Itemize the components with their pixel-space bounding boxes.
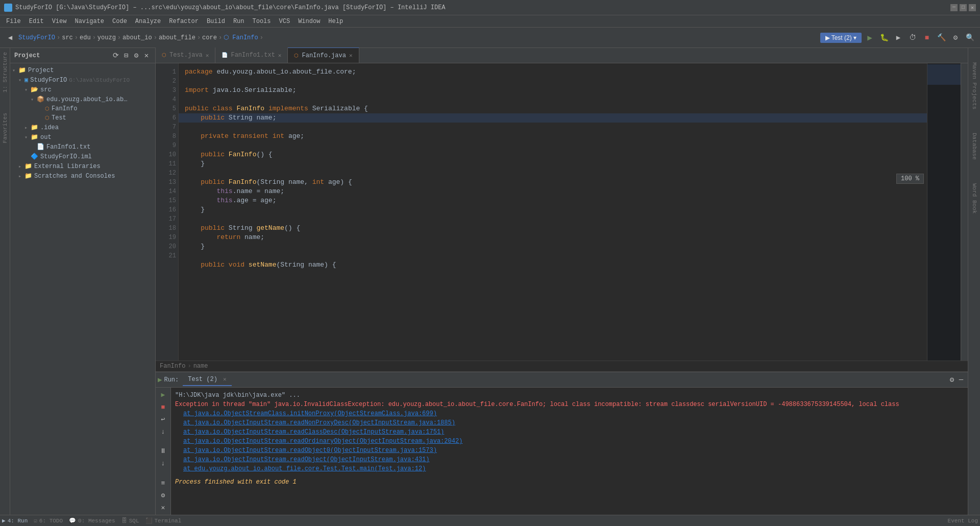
minimize-button[interactable]: ─: [950, 4, 958, 11]
stack-line-1[interactable]: at java.io.ObjectStreamClass.initNonProx…: [183, 409, 964, 418]
stack-line-7[interactable]: at edu.youzg.about_io.about_file.core.Te…: [183, 464, 964, 473]
line-numbers: 12345 678910 1112131415 1617181920 21: [156, 63, 179, 361]
run-restart-button[interactable]: ▶: [158, 390, 168, 400]
run-button[interactable]: ▶: [864, 32, 876, 44]
back-button[interactable]: ◀: [4, 32, 16, 44]
breadcrumb-name-label[interactable]: name: [193, 363, 208, 370]
settings-run[interactable]: ⚙: [158, 490, 168, 500]
sidebar-settings-icon[interactable]: ⚙: [132, 51, 141, 60]
close-run[interactable]: ✕: [158, 503, 168, 513]
menu-code[interactable]: Code: [108, 17, 131, 26]
breadcrumb-studyforio[interactable]: StudyForIO: [18, 34, 55, 41]
menu-window[interactable]: Window: [294, 17, 324, 26]
tree-idea[interactable]: ▸ 📁 .idea: [10, 123, 155, 132]
debug-button[interactable]: 🐛: [878, 32, 890, 44]
todo-status-tab[interactable]: ☑ 6: TODO: [34, 517, 63, 524]
bottom-panel-settings[interactable]: ⚙: [947, 375, 957, 385]
tree-iml[interactable]: ▸ 🔷 StudyForIO.iml: [10, 152, 155, 161]
stop-process-button[interactable]: ■: [158, 402, 168, 412]
menu-tools[interactable]: Tools: [249, 17, 275, 26]
tree-project-root[interactable]: ▾ 📁 Project: [10, 65, 155, 75]
maven-projects-tab[interactable]: Maven Projects: [970, 58, 978, 113]
run-status-tab[interactable]: ▶ 4: Run: [2, 517, 28, 524]
window-controls[interactable]: ─ □ ✕: [950, 4, 976, 11]
messages-status-tab[interactable]: 💬 0: Messages: [69, 517, 115, 524]
tree-out[interactable]: ▾ 📁 out: [10, 132, 155, 142]
app-icon: [4, 4, 12, 12]
breadcrumb-about-io[interactable]: about_io: [122, 34, 152, 41]
tree-test-java[interactable]: ▸ ⬡ Test: [10, 113, 155, 123]
menu-build[interactable]: Build: [203, 17, 229, 26]
menu-vcs[interactable]: VCS: [275, 17, 295, 26]
terminal-status-tab[interactable]: ⬛ Terminal: [145, 517, 182, 524]
breadcrumb-core[interactable]: core: [202, 34, 217, 41]
tree-studyforio[interactable]: ▾ ▣ StudyForIO G:\Java\StudyForIO: [10, 75, 155, 85]
favorites-panel-tab[interactable]: Favorites: [2, 113, 8, 143]
settings-toolbar[interactable]: ⚙: [949, 32, 962, 44]
run-with-coverage[interactable]: ▶: [892, 32, 904, 44]
build-button[interactable]: 🔨: [935, 32, 947, 44]
stack-line-2[interactable]: at java.io.ObjectInputStream.readNonProx…: [183, 418, 964, 427]
breadcrumb-youzg[interactable]: youzg: [97, 34, 116, 41]
scroll-to-end[interactable]: ↓: [158, 426, 168, 437]
menu-navigate[interactable]: Navigate: [70, 17, 108, 26]
menu-refactor[interactable]: Refactor: [165, 17, 203, 26]
tab-faninfo1-txt[interactable]: 📄 FanInfo1.txt ✕: [215, 47, 288, 63]
breadcrumb-src[interactable]: src: [62, 34, 73, 41]
menu-edit[interactable]: Edit: [25, 17, 48, 26]
tab-close-test[interactable]: ✕: [206, 52, 209, 59]
window-title: StudyForIO [G:\Java\StudyForIO] – ...src…: [15, 4, 950, 11]
bottom-tab-run-close[interactable]: ✕: [223, 376, 227, 382]
structure-panel-tab[interactable]: 1: Structure: [2, 52, 8, 92]
bottom-tab-run[interactable]: Test (2) ✕: [183, 374, 231, 386]
stack-line-3[interactable]: at java.io.ObjectInputStream.readClassDe…: [183, 427, 964, 437]
tab-faninfo-java[interactable]: ⬡ FanInfo.java ✕: [288, 47, 359, 63]
menu-file[interactable]: File: [2, 17, 25, 26]
toolbar: ◀ StudyForIO › src › edu › youzg › about…: [0, 28, 980, 48]
tab-close-faninfo[interactable]: ✕: [349, 52, 353, 59]
event-log-tab[interactable]: Event Log: [948, 518, 978, 524]
stack-line-4[interactable]: at java.io.ObjectInputStream.readOrdinar…: [183, 437, 964, 446]
search-button[interactable]: 🔍: [964, 32, 976, 44]
tab-close-faninfo1[interactable]: ✕: [278, 52, 282, 59]
menu-view[interactable]: View: [48, 17, 71, 26]
tab-test-java[interactable]: ⬡ Test.java ✕: [156, 47, 215, 63]
tree-faninfo-java[interactable]: ▸ ⬡ FanInfo: [10, 104, 155, 113]
sidebar-close-icon[interactable]: ✕: [142, 51, 151, 60]
bottom-tabs: ▶ Run: Test (2) ✕ ⚙ ─: [156, 372, 968, 388]
run-config-dropdown[interactable]: ▶ Test (2) ▾: [820, 33, 862, 43]
tree-external-libs[interactable]: ▸ 📁 External Libraries: [10, 161, 155, 171]
sql-status-tab[interactable]: 🗄 SQL: [121, 517, 139, 524]
exception-line: Exception in thread "main" java.io.Inval…: [175, 400, 964, 409]
code-content[interactable]: package edu.youzg.about_io.about_file.co…: [179, 63, 927, 361]
rerun-button[interactable]: ↩: [158, 414, 168, 424]
stop-button[interactable]: ■: [921, 32, 933, 44]
pause-button[interactable]: ⏸: [158, 446, 168, 457]
database-tab[interactable]: Database: [970, 129, 978, 164]
tree-scratches[interactable]: ▸ 📁 Scratches and Consoles: [10, 171, 155, 181]
maximize-button[interactable]: □: [960, 4, 967, 11]
breadcrumb-about-file[interactable]: about_file: [159, 34, 195, 41]
word-book-tab[interactable]: Word Book: [970, 179, 978, 218]
close-button[interactable]: ✕: [969, 4, 976, 11]
project-tree: ▾ 📁 Project ▾ ▣ StudyForIO G:\Java\Study…: [10, 63, 155, 515]
breadcrumb-faninfo[interactable]: ⬡ FanInfo: [224, 34, 258, 41]
breadcrumb-faninfo-label[interactable]: FanInfo: [160, 363, 185, 370]
tree-src[interactable]: ▾ 📂 src: [10, 85, 155, 94]
menu-run[interactable]: Run: [229, 17, 249, 26]
menu-help[interactable]: Help: [324, 17, 347, 26]
stack-line-5[interactable]: at java.io.ObjectInputStream.readObject0…: [183, 446, 964, 455]
sidebar-collapse-icon[interactable]: ⊟: [121, 51, 131, 60]
step-over[interactable]: ↓: [158, 459, 168, 469]
stack-line-6[interactable]: at java.io.ObjectInputStream.readObject(…: [183, 455, 964, 464]
tree-package[interactable]: ▾ 📦 edu.youzg.about_io.about_file.c: [10, 94, 155, 104]
zoom-indicator: 100 %: [896, 174, 924, 184]
menu-analyze[interactable]: Analyze: [131, 17, 165, 26]
tree-faninfo1-txt[interactable]: ▸ 📄 FanInfo1.txt: [10, 142, 155, 152]
bottom-panel-minimize[interactable]: ─: [957, 375, 966, 385]
dump-threads[interactable]: ≡: [158, 478, 168, 488]
profile-button[interactable]: ⏱: [906, 32, 919, 44]
right-panel-strip: Maven Projects Database Word Book: [968, 48, 980, 515]
breadcrumb-edu[interactable]: edu: [80, 34, 91, 41]
sidebar-sync-icon[interactable]: ⟳: [111, 51, 120, 60]
